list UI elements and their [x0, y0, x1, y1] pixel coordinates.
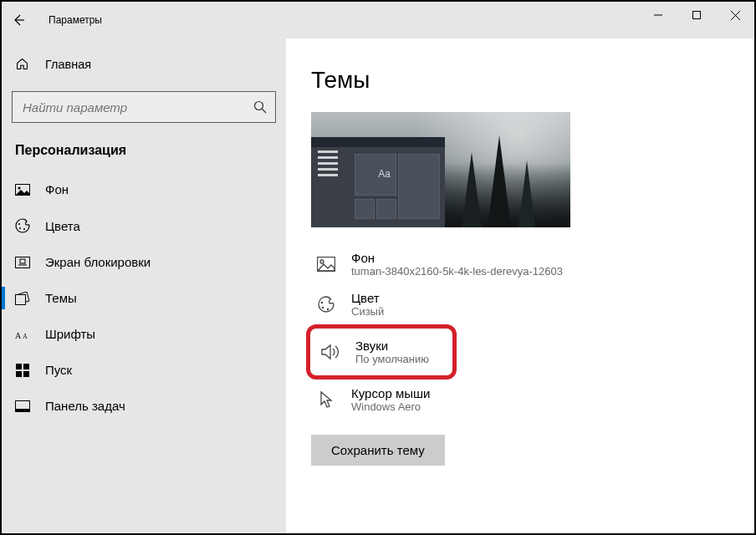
svg-text:A: A — [23, 333, 28, 340]
home-link[interactable]: Главная — [10, 48, 278, 79]
svg-text:A: A — [15, 331, 22, 340]
svg-rect-17 — [16, 364, 22, 369]
sidebar-item-start[interactable]: Пуск — [10, 352, 278, 388]
nav-label: Темы — [45, 291, 77, 305]
fonts-icon: AA — [15, 329, 30, 340]
svg-point-7 — [18, 186, 21, 189]
row-title: Фон — [351, 251, 563, 265]
maximize-button[interactable] — [677, 2, 716, 28]
home-icon — [15, 57, 30, 71]
taskbar-icon — [15, 400, 30, 412]
picture-icon — [316, 257, 336, 272]
back-button[interactable] — [2, 2, 35, 38]
row-title: Цвет — [351, 291, 384, 305]
nav-label: Фон — [45, 182, 69, 196]
row-title: Звуки — [355, 339, 429, 353]
nav-label: Пуск — [45, 363, 72, 377]
sidebar-item-lockscreen[interactable]: Экран блокировки — [10, 244, 278, 280]
sound-icon — [320, 343, 340, 361]
svg-rect-18 — [23, 364, 29, 369]
svg-point-25 — [321, 302, 323, 303]
background-icon — [15, 184, 30, 196]
svg-point-27 — [327, 308, 329, 310]
theme-row-color[interactable]: Цвет Сизый — [311, 284, 729, 324]
svg-point-24 — [320, 260, 324, 263]
sidebar-item-colors[interactable]: Цвета — [10, 207, 278, 244]
themes-icon — [15, 292, 30, 305]
preview-mock-window: Aa — [311, 137, 445, 227]
colors-icon — [15, 218, 30, 233]
titlebar: Параметры — [2, 2, 754, 38]
sidebar-item-background[interactable]: Фон — [10, 171, 278, 207]
nav-label: Шрифты — [45, 327, 95, 341]
svg-rect-12 — [20, 259, 25, 263]
minimize-button[interactable] — [639, 2, 677, 28]
nav-label: Экран блокировки — [45, 255, 151, 269]
theme-row-background[interactable]: Фон tuman-3840x2160-5k-4k-les-derevya-12… — [311, 244, 729, 284]
svg-point-26 — [322, 307, 324, 308]
search-input[interactable] — [12, 91, 276, 123]
section-title: Персонализация — [10, 138, 278, 171]
close-button[interactable] — [716, 2, 754, 28]
content-area: Темы Aa Фон tuman-3840x2160-5k-4k-les-de… — [286, 38, 754, 533]
theme-row-sounds[interactable]: Звуки По умолчанию — [310, 332, 452, 372]
row-sub: Windows Aero — [351, 400, 430, 413]
search-field[interactable] — [21, 99, 222, 115]
save-theme-button[interactable]: Сохранить тему — [311, 435, 445, 466]
row-sub: tuman-3840x2160-5k-4k-les-derevya-12603 — [351, 265, 563, 278]
lockscreen-icon — [15, 257, 30, 268]
cursor-icon — [316, 390, 336, 409]
svg-point-8 — [18, 223, 20, 225]
sidebar-item-themes[interactable]: Темы — [10, 280, 278, 316]
sidebar: Главная Персонализация Фон Цвета Экран б… — [2, 38, 286, 533]
svg-rect-11 — [16, 257, 30, 268]
svg-rect-22 — [16, 409, 30, 412]
row-sub: По умолчанию — [355, 353, 429, 365]
svg-point-10 — [23, 228, 25, 230]
sounds-highlight: Звуки По умолчанию — [306, 324, 457, 380]
preview-sample-text: Aa — [378, 168, 391, 180]
svg-rect-1 — [693, 12, 701, 19]
start-icon — [15, 364, 30, 377]
theme-row-cursor[interactable]: Курсор мыши Windows Aero — [311, 380, 729, 420]
window-caption: Параметры — [49, 14, 102, 26]
svg-point-4 — [255, 102, 263, 110]
palette-icon — [316, 295, 336, 313]
svg-line-5 — [263, 110, 267, 114]
row-sub: Сизый — [351, 305, 384, 318]
svg-rect-14 — [16, 294, 26, 304]
nav-label: Цвета — [45, 219, 80, 233]
svg-rect-19 — [16, 371, 22, 377]
nav-label: Панель задач — [45, 399, 125, 413]
svg-point-9 — [19, 227, 21, 229]
page-title: Темы — [311, 67, 729, 94]
svg-rect-20 — [23, 371, 29, 377]
search-icon — [253, 100, 267, 114]
row-title: Курсор мыши — [351, 386, 430, 400]
sidebar-item-fonts[interactable]: AA Шрифты — [10, 316, 278, 352]
sidebar-item-taskbar[interactable]: Панель задач — [10, 388, 278, 424]
home-label: Главная — [45, 58, 91, 71]
theme-preview[interactable]: Aa — [311, 112, 570, 227]
